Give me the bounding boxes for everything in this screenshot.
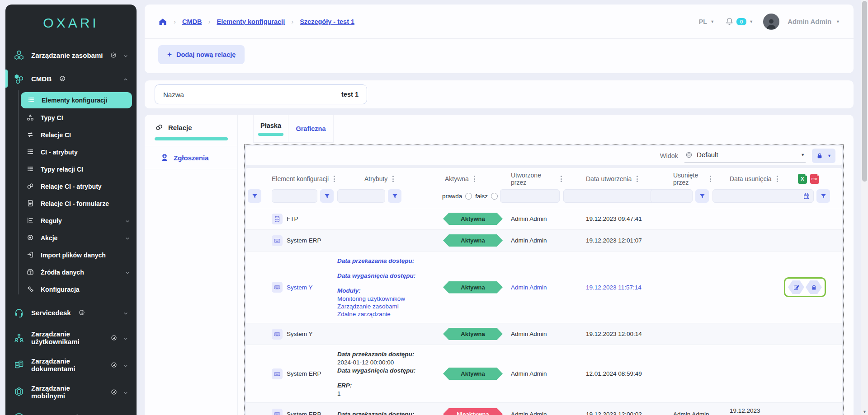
sidebar-item-servicedesk[interactable]: Servicedesk [5,301,137,324]
column-menu-icon[interactable] [472,174,476,183]
column-header-usuniete-przez: Usunięte przez [647,172,712,186]
cell-actions [787,330,842,339]
sidebar-item-zarzadzanie-mobilnymi[interactable]: Zarządzanie mobilnymi [5,378,137,406]
lock-view-button[interactable]: ▼ [812,149,835,163]
filter-atrybuty-input[interactable] [337,189,385,203]
name-card: Nazwa test 1 [145,80,854,108]
tab-graficzna[interactable]: Graficzna [288,115,334,143]
export-buttons: XPDF [787,174,842,184]
name-field[interactable]: Nazwa test 1 [155,84,367,104]
sidebar-item-ustawienia[interactable]: Ustawienia [5,406,137,415]
filter-data-usuniecia-input[interactable] [716,189,803,203]
sidebar-item-zarzadzanie-dokumentami[interactable]: Zarządzanie dokumentami [5,351,137,378]
cell-created-by: Admin Admin [500,280,563,295]
breadcrumb-link-details[interactable]: Szczegóły - test 1 [300,18,354,25]
breadcrumb-link-elementy[interactable]: Elementy konfiguracji [217,18,285,25]
relations-card: Relacje Zgłoszenia Płaska [145,115,854,415]
sidebar-item-relacje-ci-atrybuty[interactable]: Relacje CI - atrybuty [5,178,137,195]
tab-plaska[interactable]: Płaska [253,115,288,143]
radio-true[interactable] [465,193,472,200]
column-header-label: Usunięte przez [673,172,705,186]
page: OXARI Zarządzanie zasobamiCMDBElementy k… [0,0,868,415]
filter-funnel-button[interactable] [248,189,261,203]
filter-data-utworzenia-input[interactable] [567,189,654,203]
sidebar-item-zarzadzanie-zasobami[interactable]: Zarządzanie zasobami [5,43,137,67]
panel-section-zgloszenia[interactable]: Zgłoszenia [145,146,237,169]
column-menu-icon[interactable] [708,174,712,183]
edit-button[interactable] [788,280,804,294]
sidebar-item-cmdb[interactable]: CMDB [5,67,137,90]
sidebar-submenu: Elementy konfiguracjiTypy CIRelacje CICI… [5,90,137,301]
breadcrumb-link-cmdb[interactable]: CMDB [182,18,202,25]
sidebar-item-reguly[interactable]: Reguły [5,212,137,229]
table-row[interactable]: FTPAktywnaAdmin Admin19.12.2023 09:47:41 [246,208,842,229]
column-menu-icon[interactable] [559,174,563,183]
sidebar-item-typy-relacji-ci[interactable]: Typy relacji CI [5,161,137,178]
column-menu-icon[interactable] [635,174,639,183]
cell-deleted-at [712,283,787,292]
language-selector[interactable]: PL ▼ [699,18,714,25]
table-row[interactable]: System ERPAktywnaAdmin Admin19.12.2023 1… [246,229,842,251]
filter-usuniete-input[interactable] [651,189,693,203]
avatar[interactable] [763,14,779,30]
sidebar-item-label: Zarządzanie mobilnymi [31,384,103,400]
breadcrumb-separator: › [174,18,176,25]
calendar-icon[interactable] [803,192,810,200]
cell-actions [787,369,842,378]
cell-deleted-by [647,283,712,292]
link-icon [26,182,35,191]
status-badge: Aktywna [443,368,503,380]
radio-false[interactable] [491,193,498,200]
export-pdf-button[interactable]: PDF [810,174,819,184]
attribute-link[interactable]: Zarządzanie zasobami [337,303,434,310]
attribute-link[interactable]: Zdalne zarządzanie [337,311,434,317]
attribute-label: Data wygaśnięcia dostępu: [337,367,434,374]
add-relation-button[interactable]: + Dodaj nową relację [158,45,245,64]
column-menu-icon[interactable] [391,174,395,183]
plus-icon: + [167,50,172,59]
user-menu[interactable]: Admin Admin [788,18,831,25]
scrollbar-thumb[interactable] [862,1,867,182]
cell-actions [787,214,842,224]
page-scrollbar[interactable]: ▼ [861,0,868,415]
column-menu-icon[interactable] [775,174,779,183]
ci-name: System ERP [287,237,321,244]
breadcrumb: › CMDB › Elementy konfiguracji › Szczegó… [158,17,354,26]
filter-funnel-button[interactable] [695,189,709,203]
home-icon[interactable] [158,17,167,26]
sidebar-item-import-plikow-danych[interactable]: Import plików danych [5,247,137,264]
filter-element-input[interactable] [272,189,317,203]
filter-data-usuniecia[interactable] [712,189,814,203]
sidebar-item-relacje-ci[interactable]: Relacje CI [5,126,137,144]
relations-side-panel: Relacje Zgłoszenia [145,115,238,415]
table-row[interactable]: System ERPData przekazania dostępu:2024-… [246,345,842,402]
sidebar-item-akcje[interactable]: Akcje [5,229,137,247]
table-row[interactable]: System YAktywnaAdmin Admin19.12.2023 12:… [246,323,842,345]
sidebar-item-elementy-konfiguracji[interactable]: Elementy konfiguracji [21,92,132,108]
column-menu-icon[interactable] [332,174,336,183]
filter-funnel-button[interactable] [388,189,401,203]
filter-cell-aktywna: prawdafałsz [437,193,500,200]
sidebar-item-ci-atrybuty[interactable]: CI - atrybuty [5,144,137,161]
panel-section-relacje[interactable]: Relacje [145,115,237,146]
table-row[interactable]: System ERPData przekazania dostępu:Nieak… [246,402,842,415]
sidebar-item-relacje-ci-formularze[interactable]: Relacje CI - formularze [5,195,137,212]
sidebar-item-typy-ci[interactable]: Typy CI [5,109,137,126]
filter-funnel-button[interactable] [816,189,830,203]
filter-utworzone-input[interactable] [500,189,560,203]
export-excel-button[interactable]: X [798,174,807,184]
sidebar-item-label: Źródła danych [41,269,84,276]
view-select[interactable]: Default ▼ [684,149,806,163]
attribute-link[interactable]: Monitoring użytkowników [337,295,434,302]
notifications-button[interactable]: 0 ▼ [725,17,753,26]
sidebar-item-konfiguracja[interactable]: Konfiguracja [5,281,137,298]
table-row[interactable]: System YData przekazania dostępu:Data wy… [246,251,842,323]
sidebar-item-zarzadzanie-uzytkownikami[interactable]: Zarządzanie użytkownikami [5,324,137,351]
sidebar-item-zrodla-danych[interactable]: Źródła danych [5,264,137,281]
delete-button[interactable] [806,280,822,294]
table-header-row: Element konfiguracjiAtrybutyAktywnaUtwor… [246,171,842,187]
scrollbar-down-arrow[interactable]: ▼ [861,410,868,414]
language-label: PL [699,18,708,25]
filter-funnel-button[interactable] [320,189,334,203]
radio-false-label: fałsz [475,193,488,200]
